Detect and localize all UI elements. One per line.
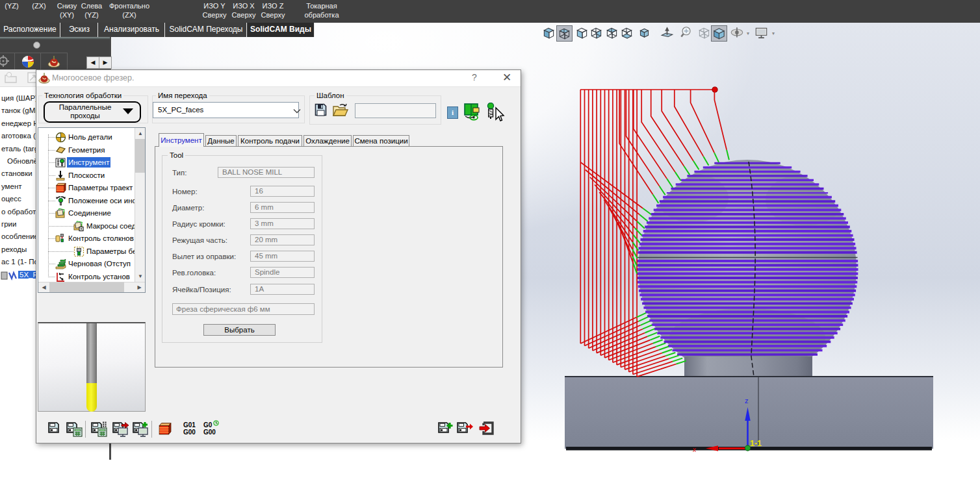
svg-text:1-1: 1-1 bbox=[750, 439, 762, 448]
svg-text:x: x bbox=[693, 446, 696, 453]
svg-text:z: z bbox=[745, 397, 749, 405]
